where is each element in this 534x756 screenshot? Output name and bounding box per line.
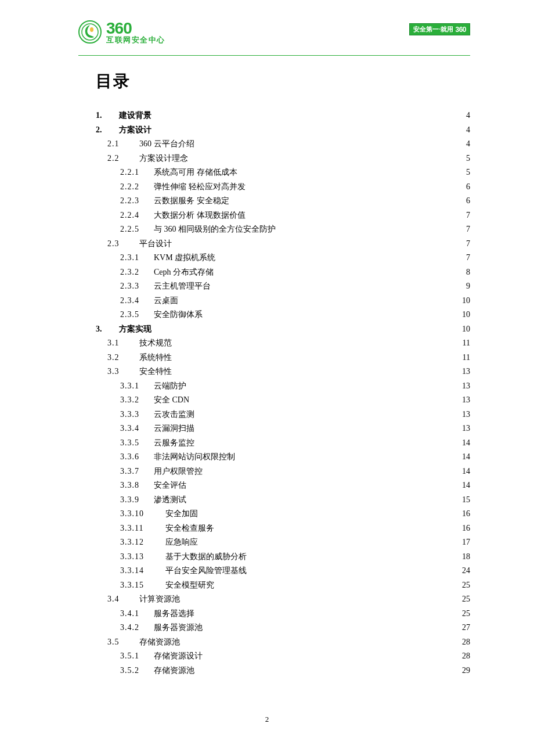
toc-entry[interactable]: 3.4.1服务器选择25 (96, 607, 470, 621)
toc-entry-label: 存储资源池 (128, 635, 180, 650)
toc-entry[interactable]: 2.方案设计4 (96, 123, 470, 138)
toc-leader-dots (247, 565, 461, 573)
toc-entry[interactable]: 2.1360 云平台介绍4 (96, 137, 470, 152)
toc-entry-label: 基于大数据的威胁分析 (160, 550, 247, 564)
toc-entry[interactable]: 3.3.12应急响应17 (96, 535, 470, 550)
toc-entry-number: 3.1 (107, 336, 128, 351)
toc-entry-page: 14 (461, 465, 470, 479)
toc-entry[interactable]: 3.3.3云攻击监测13 (96, 408, 470, 422)
toc-entry[interactable]: 3.3.5云服务监控14 (96, 436, 470, 451)
toc-entry[interactable]: 2.2.5与 360 相同级别的全方位安全防护7 (96, 222, 470, 237)
toc-leader-dots (215, 252, 465, 260)
toc-entry[interactable]: 2.2.2弹性伸缩 轻松应对高并发6 (96, 180, 470, 195)
toc-entry[interactable]: 2.2.1系统高可用 存储低成本5 (96, 165, 470, 180)
toc-entry-label: 云服务监控 (154, 436, 194, 451)
toc-entry-page: 11 (461, 336, 470, 351)
toc-entry[interactable]: 2.3.2Ceph 分布式存储8 (96, 265, 470, 280)
toc-entry[interactable]: 3.3.15安全模型研究25 (96, 578, 470, 593)
toc-entry-label: 云漏洞扫描 (154, 422, 194, 436)
toc-entry-label: 弹性伸缩 轻松应对高并发 (154, 180, 246, 195)
toc-entry-page: 28 (461, 635, 470, 650)
toc-leader-dots (194, 665, 461, 673)
toc-entry[interactable]: 3.3.2安全 CDN13 (96, 393, 470, 408)
toc-entry-number: 3.2 (107, 351, 128, 365)
toc-entry-number: 2.1 (107, 137, 139, 152)
toc-entry[interactable]: 2.2方案设计理念5 (96, 152, 470, 166)
toc-entry-page: 4 (465, 137, 470, 152)
toc-entry-label: 安全 CDN (154, 393, 189, 408)
toc-entry[interactable]: 2.3.3云主机管理平台9 (96, 279, 470, 294)
toc-entry-label: 渗透测试 (154, 493, 186, 507)
toc-entry-number: 2. (96, 123, 119, 138)
toc-entry-page: 13 (461, 393, 470, 408)
toc-entry[interactable]: 3.3安全特性13 (96, 365, 470, 379)
toc-entry[interactable]: 3.3.6非法网站访问权限控制14 (96, 450, 470, 465)
brand-text-group: 360 互联网安全中心 (106, 20, 165, 44)
toc-entry[interactable]: 3.3.10安全加固16 (96, 507, 470, 521)
toc-entry-page: 10 (461, 294, 470, 308)
toc-entry-number: 3.3.5 (120, 436, 154, 451)
toc-entry[interactable]: 2.3.4云桌面10 (96, 294, 470, 308)
page-number: 2 (0, 715, 534, 724)
toc-entry-label: 服务器选择 (154, 607, 194, 621)
toc-entry[interactable]: 3.3.7用户权限管控14 (96, 465, 470, 479)
toc-entry-label: 安全评估 (154, 478, 186, 493)
toc-entry-number: 3.5 (107, 635, 128, 650)
toc-entry-label: 方案设计理念 (128, 152, 188, 166)
toc-entry[interactable]: 2.2.3云数据服务 安全稳定6 (96, 194, 470, 208)
toc-entry-label: 云桌面 (154, 294, 178, 308)
toc-leader-dots (214, 523, 461, 531)
toc-entry-label: 存储资源池 (154, 664, 194, 678)
toc-entry[interactable]: 2.2.4大数据分析 体现数据价值7 (96, 208, 470, 223)
toc-leader-dots (188, 153, 465, 161)
toc-entry-page: 14 (461, 478, 470, 493)
toc-entry[interactable]: 3.3.8安全评估14 (96, 478, 470, 493)
toc-entry-page: 7 (465, 208, 470, 223)
toc-entry[interactable]: 3.3.11安全检查服务16 (96, 521, 470, 536)
toc-entry-number: 3.4 (107, 592, 128, 607)
toc-title: 目录 (96, 70, 470, 92)
toc-leader-dots (203, 309, 461, 317)
toc-entry[interactable]: 3.1技术规范11 (96, 336, 470, 351)
table-of-contents: 1.建设背景42.方案设计42.1360 云平台介绍42.2方案设计理念52.2… (96, 109, 470, 678)
toc-leader-dots (247, 551, 461, 559)
toc-entry[interactable]: 3.5存储资源池28 (96, 635, 470, 650)
toc-entry-page: 6 (465, 180, 470, 195)
toc-entry[interactable]: 3.3.13基于大数据的威胁分析18 (96, 550, 470, 564)
toc-entry-number: 2.3.2 (120, 265, 154, 280)
toc-entry[interactable]: 3.2系统特性11 (96, 351, 470, 365)
toc-entry[interactable]: 3.3.9渗透测试15 (96, 493, 470, 507)
toc-entry[interactable]: 1.建设背景4 (96, 109, 470, 123)
toc-entry[interactable]: 3.4计算资源池25 (96, 592, 470, 607)
toc-entry[interactable]: 2.3平台设计7 (96, 237, 470, 251)
toc-entry-page: 7 (465, 222, 470, 237)
toc-entry[interactable]: 3.3.1云端防护13 (96, 379, 470, 394)
toc-leader-dots (198, 537, 461, 545)
toc-entry-number: 3.3.2 (120, 393, 154, 408)
toc-entry-page: 13 (461, 408, 470, 422)
toc-entry-number: 2.2 (107, 152, 128, 166)
toc-entry-label: 系统高可用 存储低成本 (154, 165, 237, 180)
toc-entry[interactable]: 3.4.2服务器资源池27 (96, 621, 470, 635)
toc-entry[interactable]: 3.5.2存储资源池29 (96, 664, 470, 678)
toc-entry[interactable]: 3.方案实现10 (96, 322, 470, 337)
toc-leader-dots (172, 366, 461, 374)
toc-entry-page: 13 (461, 379, 470, 394)
toc-entry[interactable]: 2.3.1KVM 虚拟机系统7 (96, 251, 470, 265)
toc-entry[interactable]: 3.3.14平台安全风险管理基线24 (96, 564, 470, 578)
toc-entry-number: 3.5.1 (120, 649, 154, 664)
toc-leader-dots (180, 593, 461, 602)
toc-entry-page: 18 (461, 550, 470, 564)
toc-leader-dots (151, 323, 461, 332)
page-content: 目录 1.建设背景42.方案设计42.1360 云平台介绍42.2方案设计理念5… (0, 56, 534, 678)
toc-entry-label: 安全加固 (160, 507, 198, 521)
slogan-badge: 安全第一·就用 360 (409, 23, 470, 35)
toc-entry-label: 云主机管理平台 (154, 279, 211, 294)
toc-entry[interactable]: 3.5.1存储资源设计28 (96, 649, 470, 664)
toc-leader-dots (246, 210, 466, 218)
toc-entry[interactable]: 2.3.5安全防御体系10 (96, 308, 470, 322)
toc-entry[interactable]: 3.3.4云漏洞扫描13 (96, 422, 470, 436)
toc-entry-label: 技术规范 (128, 336, 172, 351)
toc-leader-dots (194, 409, 461, 417)
logo-mark-icon (78, 20, 102, 44)
